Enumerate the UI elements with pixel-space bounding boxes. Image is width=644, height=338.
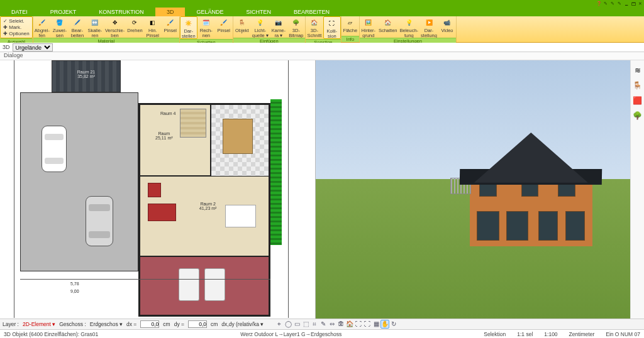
dy-input[interactable] bbox=[188, 320, 207, 328]
side-tool-palette: ≋ 🪑 🟥 🌳 bbox=[630, 60, 644, 319]
ribbon-darstellung[interactable]: ▶️Dar- stellung bbox=[419, 16, 438, 38]
toolbar-icon-1[interactable]: ◯ bbox=[284, 320, 292, 329]
ribbon-darstellen[interactable]: ☀️Dar- stellen bbox=[180, 16, 197, 39]
toolbar-icon-4[interactable]: ⌗ bbox=[310, 320, 319, 329]
geschoss-select[interactable]: Erdgeschos ▾ bbox=[90, 321, 123, 327]
Schatten-icon: 🏠 bbox=[382, 17, 394, 28]
dialoge-label: Dialoge bbox=[0, 52, 644, 60]
ribbon-3dbitmap[interactable]: 🌳3D- Bitmap bbox=[287, 16, 305, 38]
tab-projekt[interactable]: PROJEKT bbox=[39, 8, 88, 16]
ribbon-3dschnitt[interactable]: 🏠3D- Schnitt bbox=[306, 16, 323, 39]
furniture-icon[interactable]: 🪑 bbox=[633, 80, 643, 90]
ribbon-drehen[interactable]: ⟳Drehen bbox=[126, 16, 144, 38]
status-path: Werz Outdoor L→Layer1 G→Erdgeschoss bbox=[240, 331, 341, 337]
pen3-icon[interactable]: ✎ bbox=[617, 1, 622, 6]
ribbon-verschieben[interactable]: ✥Verschie- ben bbox=[104, 16, 126, 38]
toolbar-icon-13[interactable]: ↻ bbox=[389, 320, 398, 329]
lounge-1 bbox=[179, 268, 199, 301]
tab-datei[interactable]: DATEI bbox=[0, 8, 39, 16]
geschoss-label: Geschoss : bbox=[59, 321, 86, 327]
view-3d[interactable] bbox=[316, 60, 631, 319]
ribbon-selekt[interactable]: ✓ Selekt.✚ Mark.✚ Optionen bbox=[0, 16, 33, 38]
cm-2: cm bbox=[211, 321, 218, 327]
ribbon-beleuchtung[interactable]: 💡Beleuch- tung bbox=[398, 16, 419, 38]
toolbar-icon-3[interactable]: ⬚ bbox=[301, 320, 310, 329]
ribbon-bearbeiten[interactable]: 🖊️Bear- beiten bbox=[69, 16, 86, 38]
Video-icon: 📹 bbox=[441, 17, 453, 28]
ribbon-hintergrund[interactable]: 🖼️Hinter- grund bbox=[360, 16, 377, 38]
toolbar-icon-7[interactable]: 🏚 bbox=[336, 320, 345, 329]
status-selection: Selektion bbox=[484, 331, 506, 337]
ribbon-flche[interactable]: ▱Fläche bbox=[341, 16, 359, 36]
ribbon-zuweisen[interactable]: 🪣Zuwei- sen bbox=[51, 16, 69, 38]
ribbon-pinsel[interactable]: 🖌️Pinsel bbox=[215, 16, 233, 39]
house-3d bbox=[470, 133, 592, 246]
maximize-icon[interactable]: 🗖 bbox=[631, 1, 636, 6]
ribbon-lichtquelle[interactable]: 💡Licht- quelle ▾ bbox=[251, 16, 270, 38]
status-scale-sel: 1:1 sel bbox=[517, 331, 533, 337]
help-icon[interactable]: ❓ bbox=[596, 1, 601, 6]
close-icon[interactable]: ✕ bbox=[638, 1, 643, 6]
coord-mode-select[interactable]: dx,dy (relativ/ka ▾ bbox=[221, 321, 264, 327]
tree-icon[interactable]: 🌳 bbox=[633, 111, 643, 121]
Pinsel-icon: 🖌️ bbox=[165, 17, 176, 28]
room-4-label: Raum 4 bbox=[160, 111, 176, 116]
sofa-red bbox=[148, 204, 176, 221]
dim-right bbox=[288, 60, 289, 318]
ribbon-schatten[interactable]: 🏠Schatten bbox=[377, 16, 399, 38]
terrain-select[interactable]: Urgelände bbox=[13, 43, 53, 52]
ribbon-abgreifen[interactable]: 🖌️Abgrei- fen bbox=[33, 16, 51, 38]
tab-konstruktion[interactable]: KONSTRUKTION bbox=[87, 8, 155, 16]
ribbon-video[interactable]: 📹Video bbox=[438, 16, 456, 38]
hedge bbox=[270, 99, 282, 245]
ribbon-hinpinsel[interactable]: ◧Hin. Pinsel bbox=[144, 16, 162, 38]
cm-1: cm bbox=[163, 321, 170, 327]
view-2d[interactable]: Raum 2135,82 m² Raum 4 Raum25,11 m² Raum… bbox=[0, 60, 316, 319]
Drehen-icon: ⟳ bbox=[129, 17, 140, 28]
layers-icon[interactable]: ≋ bbox=[633, 65, 643, 75]
status-unit: Zentimeter bbox=[569, 331, 595, 337]
ribbon-skalieren[interactable]: ↔️Skalie- ren bbox=[86, 16, 104, 38]
tab-3d[interactable]: 3D bbox=[155, 8, 186, 16]
tab-gelaende[interactable]: GELÄNDE bbox=[185, 8, 235, 16]
layer-label: Layer : bbox=[3, 321, 19, 327]
lounge-2 bbox=[204, 268, 225, 301]
toolbar-icon-9[interactable]: ⛶ bbox=[354, 320, 363, 329]
material-icon[interactable]: 🟥 bbox=[633, 95, 643, 106]
toolbar-icon-10[interactable]: ⛶ bbox=[363, 320, 372, 329]
ribbon-kamera[interactable]: 📷Kame- ra ▾ bbox=[270, 16, 287, 38]
toolbar-icon-2[interactable]: ▭ bbox=[292, 320, 301, 329]
door-1 bbox=[477, 211, 499, 240]
Abgreifen-icon: 🖌️ bbox=[36, 17, 48, 28]
car-2 bbox=[86, 196, 113, 246]
toolbar-icon-0[interactable]: ⌖ bbox=[275, 320, 284, 329]
layer-select[interactable]: 2D-Element ▾ bbox=[23, 321, 55, 327]
armchair-red bbox=[148, 183, 160, 197]
ribbon-kollision[interactable]: ⛶Kolli- sion bbox=[323, 16, 341, 39]
ribbon-group-info: Info bbox=[341, 36, 359, 42]
toolbar-icon-12[interactable]: ✋ bbox=[380, 320, 389, 329]
dining-table bbox=[223, 119, 252, 154]
minimize-icon[interactable]: 🗕 bbox=[624, 1, 629, 6]
toolbar-icon-5[interactable]: ✎ bbox=[319, 320, 328, 329]
stairs-icon bbox=[180, 109, 206, 138]
toolbar-icon-6[interactable]: ⇔ bbox=[328, 320, 336, 329]
pen2-icon[interactable]: ✎ bbox=[610, 1, 615, 6]
Verschieben-icon: ✥ bbox=[109, 17, 121, 28]
door-2 bbox=[506, 211, 528, 240]
ribbon-objekt[interactable]: 🪑Objekt bbox=[233, 16, 251, 38]
ribbon-pinsel[interactable]: 🖌️Pinsel bbox=[162, 16, 179, 38]
toolbar-icon-8[interactable]: 🏠 bbox=[345, 320, 354, 329]
room-4b-label: Raum25,11 m² bbox=[155, 131, 173, 140]
dx-input[interactable] bbox=[140, 320, 159, 328]
toolbar-icon-11[interactable]: ▦ bbox=[372, 320, 380, 329]
tab-bearbeiten[interactable]: BEARBEITEN bbox=[282, 8, 341, 16]
room-4: Raum 4 Raum25,11 m² bbox=[140, 104, 211, 176]
menu-tabs: DATEI PROJEKT KONSTRUKTION 3D GELÄNDE SI… bbox=[0, 8, 644, 16]
ribbon-rechnen[interactable]: 🗓️Rech- nen bbox=[197, 16, 215, 39]
door-4 bbox=[565, 211, 585, 240]
pen1-icon[interactable]: ✎ bbox=[603, 1, 608, 6]
Skalieren-icon: ↔️ bbox=[89, 17, 101, 28]
sub-toolbar: 3D Urgelände bbox=[0, 43, 644, 52]
tab-sichten[interactable]: SICHTEN bbox=[235, 8, 282, 16]
